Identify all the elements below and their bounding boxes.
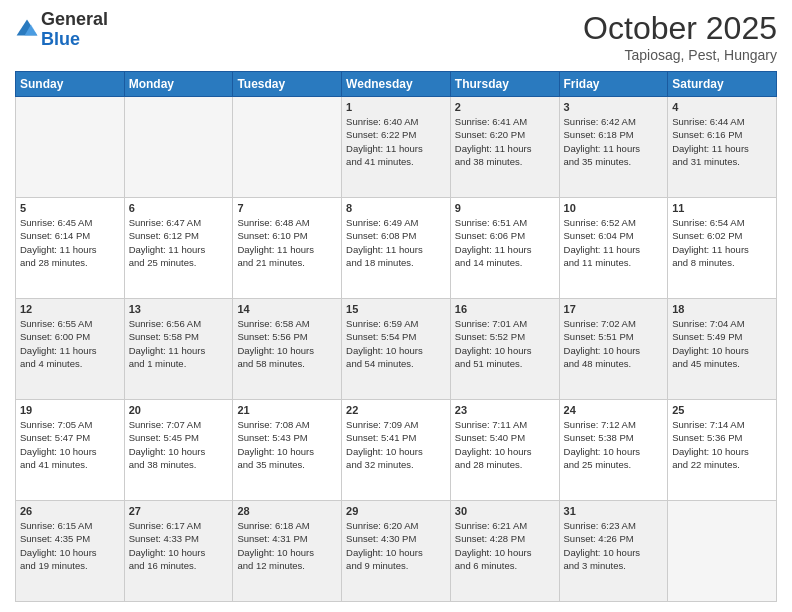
calendar-cell xyxy=(16,97,125,198)
day-info: Sunrise: 6:54 AMSunset: 6:02 PMDaylight:… xyxy=(672,216,772,269)
col-header-monday: Monday xyxy=(124,72,233,97)
day-info: Sunrise: 6:42 AMSunset: 6:18 PMDaylight:… xyxy=(564,115,664,168)
day-info: Sunrise: 6:41 AMSunset: 6:20 PMDaylight:… xyxy=(455,115,555,168)
calendar-cell: 11Sunrise: 6:54 AMSunset: 6:02 PMDayligh… xyxy=(668,198,777,299)
day-number: 24 xyxy=(564,404,664,416)
calendar-table: SundayMondayTuesdayWednesdayThursdayFrid… xyxy=(15,71,777,602)
day-number: 3 xyxy=(564,101,664,113)
day-info: Sunrise: 7:08 AMSunset: 5:43 PMDaylight:… xyxy=(237,418,337,471)
month-title: October 2025 xyxy=(583,10,777,47)
page: General Blue October 2025 Tapiosag, Pest… xyxy=(0,0,792,612)
day-info: Sunrise: 7:14 AMSunset: 5:36 PMDaylight:… xyxy=(672,418,772,471)
day-number: 30 xyxy=(455,505,555,517)
day-info: Sunrise: 7:07 AMSunset: 5:45 PMDaylight:… xyxy=(129,418,229,471)
calendar-cell: 18Sunrise: 7:04 AMSunset: 5:49 PMDayligh… xyxy=(668,299,777,400)
calendar-cell: 25Sunrise: 7:14 AMSunset: 5:36 PMDayligh… xyxy=(668,400,777,501)
day-number: 20 xyxy=(129,404,229,416)
day-number: 12 xyxy=(20,303,120,315)
day-number: 15 xyxy=(346,303,446,315)
calendar-cell: 27Sunrise: 6:17 AMSunset: 4:33 PMDayligh… xyxy=(124,501,233,602)
calendar-cell: 9Sunrise: 6:51 AMSunset: 6:06 PMDaylight… xyxy=(450,198,559,299)
day-info: Sunrise: 6:47 AMSunset: 6:12 PMDaylight:… xyxy=(129,216,229,269)
calendar-cell: 3Sunrise: 6:42 AMSunset: 6:18 PMDaylight… xyxy=(559,97,668,198)
calendar-cell: 7Sunrise: 6:48 AMSunset: 6:10 PMDaylight… xyxy=(233,198,342,299)
day-number: 17 xyxy=(564,303,664,315)
day-number: 2 xyxy=(455,101,555,113)
calendar-cell: 21Sunrise: 7:08 AMSunset: 5:43 PMDayligh… xyxy=(233,400,342,501)
calendar-cell: 15Sunrise: 6:59 AMSunset: 5:54 PMDayligh… xyxy=(342,299,451,400)
location-subtitle: Tapiosag, Pest, Hungary xyxy=(583,47,777,63)
calendar-cell: 28Sunrise: 6:18 AMSunset: 4:31 PMDayligh… xyxy=(233,501,342,602)
day-number: 4 xyxy=(672,101,772,113)
calendar-cell: 16Sunrise: 7:01 AMSunset: 5:52 PMDayligh… xyxy=(450,299,559,400)
day-number: 26 xyxy=(20,505,120,517)
logo-general: General xyxy=(41,10,108,30)
calendar-cell: 20Sunrise: 7:07 AMSunset: 5:45 PMDayligh… xyxy=(124,400,233,501)
calendar-cell: 12Sunrise: 6:55 AMSunset: 6:00 PMDayligh… xyxy=(16,299,125,400)
day-number: 14 xyxy=(237,303,337,315)
calendar-cell: 6Sunrise: 6:47 AMSunset: 6:12 PMDaylight… xyxy=(124,198,233,299)
day-info: Sunrise: 6:51 AMSunset: 6:06 PMDaylight:… xyxy=(455,216,555,269)
day-number: 9 xyxy=(455,202,555,214)
day-info: Sunrise: 7:02 AMSunset: 5:51 PMDaylight:… xyxy=(564,317,664,370)
day-info: Sunrise: 6:49 AMSunset: 6:08 PMDaylight:… xyxy=(346,216,446,269)
logo-blue: Blue xyxy=(41,30,108,50)
day-info: Sunrise: 6:58 AMSunset: 5:56 PMDaylight:… xyxy=(237,317,337,370)
calendar-cell: 4Sunrise: 6:44 AMSunset: 6:16 PMDaylight… xyxy=(668,97,777,198)
calendar-cell: 26Sunrise: 6:15 AMSunset: 4:35 PMDayligh… xyxy=(16,501,125,602)
day-info: Sunrise: 7:04 AMSunset: 5:49 PMDaylight:… xyxy=(672,317,772,370)
logo-icon xyxy=(15,18,39,42)
day-number: 29 xyxy=(346,505,446,517)
logo: General Blue xyxy=(15,10,108,50)
calendar-cell: 14Sunrise: 6:58 AMSunset: 5:56 PMDayligh… xyxy=(233,299,342,400)
day-info: Sunrise: 6:59 AMSunset: 5:54 PMDaylight:… xyxy=(346,317,446,370)
day-number: 11 xyxy=(672,202,772,214)
calendar-cell: 30Sunrise: 6:21 AMSunset: 4:28 PMDayligh… xyxy=(450,501,559,602)
day-number: 7 xyxy=(237,202,337,214)
day-info: Sunrise: 6:48 AMSunset: 6:10 PMDaylight:… xyxy=(237,216,337,269)
day-number: 25 xyxy=(672,404,772,416)
calendar-week-2: 12Sunrise: 6:55 AMSunset: 6:00 PMDayligh… xyxy=(16,299,777,400)
calendar-cell: 24Sunrise: 7:12 AMSunset: 5:38 PMDayligh… xyxy=(559,400,668,501)
day-info: Sunrise: 7:05 AMSunset: 5:47 PMDaylight:… xyxy=(20,418,120,471)
day-info: Sunrise: 6:44 AMSunset: 6:16 PMDaylight:… xyxy=(672,115,772,168)
day-number: 13 xyxy=(129,303,229,315)
title-section: October 2025 Tapiosag, Pest, Hungary xyxy=(583,10,777,63)
day-number: 1 xyxy=(346,101,446,113)
day-number: 21 xyxy=(237,404,337,416)
col-header-friday: Friday xyxy=(559,72,668,97)
day-info: Sunrise: 6:17 AMSunset: 4:33 PMDaylight:… xyxy=(129,519,229,572)
col-header-tuesday: Tuesday xyxy=(233,72,342,97)
calendar-week-4: 26Sunrise: 6:15 AMSunset: 4:35 PMDayligh… xyxy=(16,501,777,602)
day-number: 8 xyxy=(346,202,446,214)
calendar-cell: 31Sunrise: 6:23 AMSunset: 4:26 PMDayligh… xyxy=(559,501,668,602)
calendar-week-1: 5Sunrise: 6:45 AMSunset: 6:14 PMDaylight… xyxy=(16,198,777,299)
col-header-thursday: Thursday xyxy=(450,72,559,97)
calendar-cell: 8Sunrise: 6:49 AMSunset: 6:08 PMDaylight… xyxy=(342,198,451,299)
calendar-cell: 1Sunrise: 6:40 AMSunset: 6:22 PMDaylight… xyxy=(342,97,451,198)
calendar-week-0: 1Sunrise: 6:40 AMSunset: 6:22 PMDaylight… xyxy=(16,97,777,198)
day-info: Sunrise: 7:01 AMSunset: 5:52 PMDaylight:… xyxy=(455,317,555,370)
day-info: Sunrise: 6:40 AMSunset: 6:22 PMDaylight:… xyxy=(346,115,446,168)
day-number: 23 xyxy=(455,404,555,416)
day-info: Sunrise: 6:55 AMSunset: 6:00 PMDaylight:… xyxy=(20,317,120,370)
calendar-cell: 17Sunrise: 7:02 AMSunset: 5:51 PMDayligh… xyxy=(559,299,668,400)
day-number: 28 xyxy=(237,505,337,517)
day-number: 31 xyxy=(564,505,664,517)
calendar-cell: 19Sunrise: 7:05 AMSunset: 5:47 PMDayligh… xyxy=(16,400,125,501)
day-info: Sunrise: 7:11 AMSunset: 5:40 PMDaylight:… xyxy=(455,418,555,471)
col-header-saturday: Saturday xyxy=(668,72,777,97)
day-number: 18 xyxy=(672,303,772,315)
day-number: 27 xyxy=(129,505,229,517)
day-info: Sunrise: 7:09 AMSunset: 5:41 PMDaylight:… xyxy=(346,418,446,471)
calendar-cell: 29Sunrise: 6:20 AMSunset: 4:30 PMDayligh… xyxy=(342,501,451,602)
day-info: Sunrise: 6:52 AMSunset: 6:04 PMDaylight:… xyxy=(564,216,664,269)
calendar-header-row: SundayMondayTuesdayWednesdayThursdayFrid… xyxy=(16,72,777,97)
calendar-cell: 10Sunrise: 6:52 AMSunset: 6:04 PMDayligh… xyxy=(559,198,668,299)
day-info: Sunrise: 6:20 AMSunset: 4:30 PMDaylight:… xyxy=(346,519,446,572)
day-info: Sunrise: 6:56 AMSunset: 5:58 PMDaylight:… xyxy=(129,317,229,370)
day-info: Sunrise: 6:15 AMSunset: 4:35 PMDaylight:… xyxy=(20,519,120,572)
day-number: 16 xyxy=(455,303,555,315)
calendar-cell: 23Sunrise: 7:11 AMSunset: 5:40 PMDayligh… xyxy=(450,400,559,501)
day-info: Sunrise: 6:23 AMSunset: 4:26 PMDaylight:… xyxy=(564,519,664,572)
